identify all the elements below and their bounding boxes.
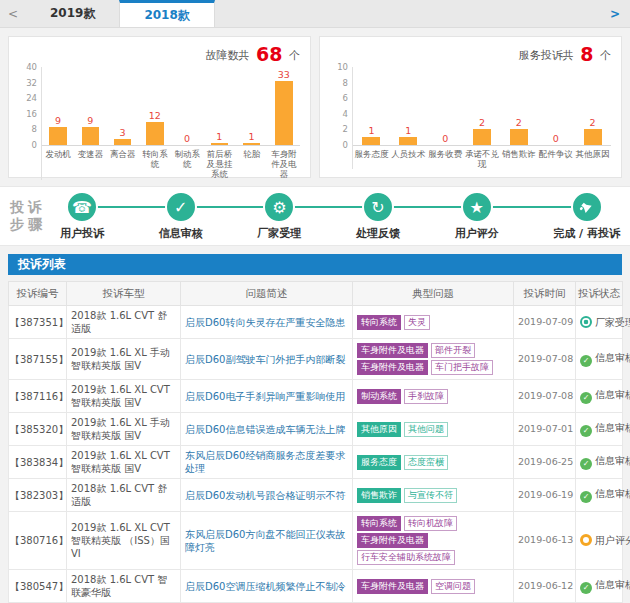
problem-tag[interactable]: 失灵 xyxy=(404,315,430,330)
service-chart-bars: 1服务态度1人员技术0服务收费2承诺不兑现2销售欺诈0配件争议2其他原因 xyxy=(352,67,611,169)
bar-area: 1 xyxy=(353,67,390,146)
charts-row: 故障数共 68 个 0816243240 9发动机9变速器3离合器12转向系统0… xyxy=(8,36,622,178)
complaint-desc-link[interactable]: 东风启辰D60方向盘不能回正仪表故障灯亮 xyxy=(185,529,345,553)
problem-tag[interactable]: 空调问题 xyxy=(431,579,475,594)
complaint-model: 2019款 1.6L XL 手动 智联精英版 国V xyxy=(67,413,181,446)
fault-chart-bars: 9发动机9变速器3离合器12转向系统0制动系统1前后桥及悬挂系统1轮胎33车身附… xyxy=(41,67,300,180)
bar-value-label: 0 xyxy=(442,133,448,144)
bar-column: 0配件争议 xyxy=(537,67,574,169)
problem-tag[interactable]: 车身附件及电器 xyxy=(357,360,428,375)
problem-tag[interactable]: 部件开裂 xyxy=(431,343,475,358)
complaint-model: 2019款 1.6L XL CVT 智联精英版 国V xyxy=(67,446,181,479)
step-3: ⚙厂家受理 xyxy=(257,191,301,241)
bar-area: 0 xyxy=(427,67,464,146)
y-tick-label: 0 xyxy=(32,140,37,150)
fault-total-label: 故障数共 xyxy=(206,49,250,62)
bar xyxy=(362,137,380,145)
bar-value-label: 1 xyxy=(216,131,222,142)
service-total-label: 服务投诉共 xyxy=(519,49,574,62)
complaint-desc-link[interactable]: 东风启辰D60经销商服务态度差要求处理 xyxy=(185,450,345,474)
column-header: 投诉状态 xyxy=(576,282,623,306)
step-label: 信息审核 xyxy=(159,226,203,241)
gear-icon: ⚙ xyxy=(263,191,295,223)
y-tick-label: 0 xyxy=(343,140,348,150)
problem-tag[interactable]: 车身附件及电器 xyxy=(357,533,428,548)
bar-category-label: 转向系统 xyxy=(139,146,171,169)
tab-2019[interactable]: 2019款 xyxy=(26,0,119,27)
bar xyxy=(49,127,67,145)
problem-tag[interactable]: 其他原因 xyxy=(357,422,401,437)
problem-tag[interactable]: 车门把手故障 xyxy=(431,360,493,375)
table-row: 【380716】2019款 1.6L XL CVT 智联精英版 （ISS）国VI… xyxy=(9,512,623,570)
table-row: 【387116】2019款 1.6L XL CVT 智联精英版 国V启辰D60电… xyxy=(9,380,623,413)
complaint-desc-link[interactable]: 启辰D60副驾驶车门外把手内部断裂 xyxy=(185,354,345,365)
bar-column: 2承诺不兑现 xyxy=(464,67,501,169)
fault-total-unit: 个 xyxy=(289,49,300,62)
complaint-desc-link[interactable]: 启辰D60信息错误造成车辆无法上牌 xyxy=(185,424,345,435)
tab-scroll-left-icon[interactable]: < xyxy=(0,0,26,27)
complaint-desc-cell: 启辰D60转向失灵存在严重安全隐患 xyxy=(181,306,353,339)
table-row: 【382303】2018款 1.6L CVT 舒适版启辰D60发动机号跟合格证明… xyxy=(9,479,623,512)
tab-2018[interactable]: 2018款 xyxy=(119,0,214,27)
step-6: 完成 / 再投诉 xyxy=(553,191,620,241)
problem-tag[interactable]: 车身附件及电器 xyxy=(357,579,428,594)
complaint-desc-link[interactable]: 启辰D60电子手刹异响严重影响使用 xyxy=(185,391,345,402)
problem-tag[interactable]: 转向系统 xyxy=(357,516,401,531)
status-label: 信息审核 xyxy=(595,389,630,400)
step-label: 完成 / 再投诉 xyxy=(553,226,620,241)
complaint-status: ✓信息审核 xyxy=(576,339,623,380)
table-row: 【380547】2018款 1.6L CVT 智联豪华版启辰D60空调压缩机频繁… xyxy=(9,570,623,603)
y-tick-label: 8 xyxy=(343,78,348,88)
bar-column: 9发动机 xyxy=(42,67,74,180)
bar xyxy=(584,129,602,145)
problem-tag[interactable]: 与宣传不符 xyxy=(404,488,457,503)
complaint-status: 厂家受理 xyxy=(576,306,623,339)
y-tick-label: 6 xyxy=(343,93,348,103)
column-header: 问题简述 xyxy=(181,282,353,306)
column-header: 典型问题 xyxy=(353,282,514,306)
typical-problem-cell: 服务态度态度蛮横 xyxy=(353,446,514,479)
complaint-id: 【382303】 xyxy=(9,479,67,512)
status-label: 厂家受理 xyxy=(595,317,630,328)
bar-column: 1前后桥及悬挂系统 xyxy=(203,67,235,180)
rating-circle-icon xyxy=(580,534,592,546)
complaint-model: 2019款 1.6L XL CVT 智联精英版 国V xyxy=(67,380,181,413)
problem-tag[interactable]: 转向系统 xyxy=(357,315,401,330)
bar-value-label: 33 xyxy=(278,69,290,80)
problem-tag[interactable]: 其他问题 xyxy=(404,422,448,437)
complaint-id: 【380716】 xyxy=(9,512,67,570)
problem-tag[interactable]: 制动系统 xyxy=(357,389,401,404)
problem-tag[interactable]: 服务态度 xyxy=(357,455,401,470)
complaint-status: ✓信息审核 xyxy=(576,446,623,479)
tab-scroll-right-icon[interactable]: > xyxy=(602,0,628,27)
complaint-model: 2019款 1.6L XL CVT 智联精英版 （ISS）国VI xyxy=(67,512,181,570)
complaint-date: 2019-07-01 xyxy=(514,413,576,446)
problem-tag[interactable]: 车身附件及电器 xyxy=(357,343,428,358)
problem-tag[interactable]: 销售欺诈 xyxy=(357,488,401,503)
complaint-date: 2019-07-09 xyxy=(514,306,576,339)
complaint-date: 2019-07-08 xyxy=(514,380,576,413)
complaint-id: 【387155】 xyxy=(9,339,67,380)
status-label: 信息审核 xyxy=(595,352,630,363)
typical-problem-cell: 车身附件及电器空调问题 xyxy=(353,570,514,603)
problem-tag[interactable]: 行车安全辅助系统故障 xyxy=(357,550,455,565)
complaint-date: 2019-06-19 xyxy=(514,479,576,512)
bar-area: 33 xyxy=(268,67,300,146)
bar-value-label: 1 xyxy=(405,125,411,136)
complaint-table-body: 【387351】2018款 1.6L CVT 舒适版启辰D60转向失灵存在严重安… xyxy=(9,306,623,603)
problem-tag[interactable]: 转向机故障 xyxy=(404,516,457,531)
fault-chart-y-axis: 0816243240 xyxy=(19,67,41,145)
problem-tag[interactable]: 态度蛮横 xyxy=(404,455,448,470)
complaint-desc-link[interactable]: 启辰D60发动机号跟合格证明示不符 xyxy=(185,490,345,501)
fault-total-value: 68 xyxy=(256,43,282,65)
problem-tag[interactable]: 手刹故障 xyxy=(404,389,448,404)
refresh-icon: ↻ xyxy=(362,191,394,223)
bar-value-label: 2 xyxy=(479,117,485,128)
complaint-desc-link[interactable]: 启辰D60空调压缩机频繁停止不制冷 xyxy=(185,581,345,592)
bar-column: 9变速器 xyxy=(74,67,106,180)
fault-chart-panel: 故障数共 68 个 0816243240 9发动机9变速器3离合器12转向系统0… xyxy=(8,36,311,178)
step-5: ★用户评分 xyxy=(455,191,499,241)
complaint-desc-cell: 东风启辰D60经销商服务态度差要求处理 xyxy=(181,446,353,479)
complaint-desc-link[interactable]: 启辰D60转向失灵存在严重安全隐患 xyxy=(185,317,345,328)
steps-title-line2: 步骤 xyxy=(10,216,46,234)
